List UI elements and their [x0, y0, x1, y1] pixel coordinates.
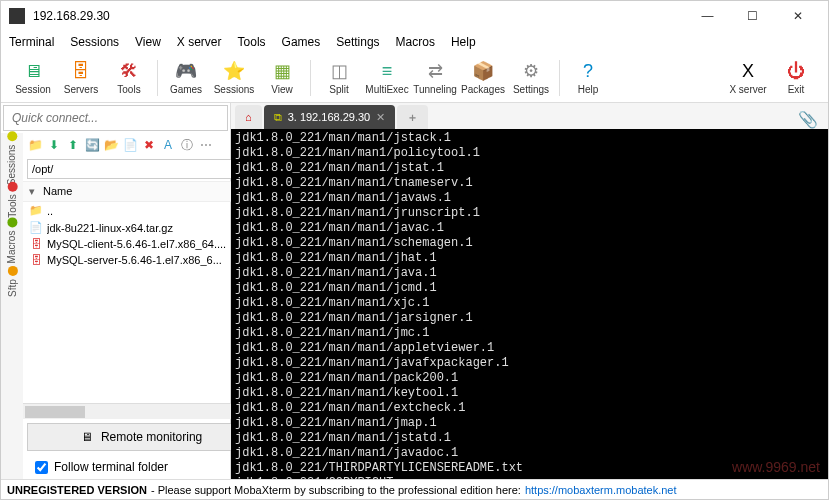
- split-icon: ◫: [328, 60, 350, 82]
- help-icon: ?: [577, 60, 599, 82]
- toolbar: 🖥Session🗄Servers🛠Tools🎮Games⭐Sessions▦Vi…: [1, 53, 828, 103]
- props-icon[interactable]: ⓘ: [179, 137, 195, 153]
- file-list: 📁..📄jdk-8u221-linux-x64.tar.gz1...🗄MySQL…: [23, 202, 260, 403]
- tb-settings[interactable]: ⚙Settings: [507, 55, 555, 101]
- menu-terminal[interactable]: Terminal: [9, 35, 54, 49]
- exit-icon: ⏻: [785, 60, 807, 82]
- main-area: ⌂ ⧉ 3. 192.168.29.30 ✕ ＋ 📎 jdk1.8.0_221/…: [231, 103, 828, 479]
- hscrollbar[interactable]: [23, 403, 260, 419]
- file-header[interactable]: ▾ Name ...: [23, 181, 260, 202]
- edit-icon[interactable]: A: [160, 137, 176, 153]
- tb-x-server[interactable]: XX server: [724, 55, 772, 101]
- file-icon: 📄: [29, 221, 43, 234]
- tb-tunneling[interactable]: ⇄Tunneling: [411, 55, 459, 101]
- folder-icon[interactable]: 📁: [27, 137, 43, 153]
- file-icon: 📁: [29, 204, 43, 217]
- menubar: TerminalSessionsViewX serverToolsGamesSe…: [1, 31, 828, 53]
- remote-monitoring-button[interactable]: 🖥 Remote monitoring: [27, 423, 256, 451]
- dropdown-icon[interactable]: ▾: [29, 185, 43, 198]
- status-text: - Please support MobaXterm by subscribin…: [151, 484, 521, 496]
- session-icon: 🖥: [22, 60, 44, 82]
- file-icon: 🗄: [29, 254, 43, 266]
- status-prefix: UNREGISTERED VERSION: [7, 484, 147, 496]
- tb-view[interactable]: ▦View: [258, 55, 306, 101]
- tab-new[interactable]: ＋: [397, 105, 428, 129]
- tb-session[interactable]: 🖥Session: [9, 55, 57, 101]
- tb-games[interactable]: 🎮Games: [162, 55, 210, 101]
- menu-x-server[interactable]: X server: [177, 35, 222, 49]
- menu-help[interactable]: Help: [451, 35, 476, 49]
- col-name[interactable]: Name: [43, 185, 245, 198]
- upload-icon[interactable]: ⬆: [65, 137, 81, 153]
- tb-tools[interactable]: 🛠Tools: [105, 55, 153, 101]
- vtab-sessions[interactable]: Sessions: [7, 132, 18, 186]
- status-bar: UNREGISTERED VERSION - Please support Mo…: [1, 479, 828, 499]
- maximize-button[interactable]: ☐: [730, 1, 775, 31]
- app-icon: [9, 8, 25, 24]
- file-row[interactable]: 🗄MySQL-client-5.6.46-1.el7.x86_64....3..…: [23, 236, 260, 252]
- minimize-button[interactable]: ―: [685, 1, 730, 31]
- quick-connect-input[interactable]: [3, 105, 228, 131]
- tb-servers[interactable]: 🗄Servers: [57, 55, 105, 101]
- games-icon: 🎮: [175, 60, 197, 82]
- side-tabs: SessionsToolsMacrosSftp: [1, 133, 23, 479]
- follow-label: Follow terminal folder: [54, 460, 168, 474]
- menu-settings[interactable]: Settings: [336, 35, 379, 49]
- packages-icon: 📦: [472, 60, 494, 82]
- menu-games[interactable]: Games: [282, 35, 321, 49]
- tb-exit[interactable]: ⏻Exit: [772, 55, 820, 101]
- tb-multiexec[interactable]: ≡MultiExec: [363, 55, 411, 101]
- newfile-icon[interactable]: 📄: [122, 137, 138, 153]
- window-title: 192.168.29.30: [33, 9, 685, 23]
- menu-sessions[interactable]: Sessions: [70, 35, 119, 49]
- titlebar: 192.168.29.30 ― ☐ ✕: [1, 1, 828, 31]
- terminal-icon: ⧉: [274, 111, 282, 124]
- tb-packages[interactable]: 📦Packages: [459, 55, 507, 101]
- watermark: www.9969.net: [732, 460, 820, 475]
- tab-home[interactable]: ⌂: [235, 105, 262, 129]
- sftp-panel: 📁 ⬇ ⬆ 🔄 📂 📄 ✖ A ⓘ ⋯ ✔ ▾ Name: [23, 133, 260, 479]
- menu-view[interactable]: View: [135, 35, 161, 49]
- tab-label: 3. 192.168.29.30: [288, 111, 371, 123]
- tab-session[interactable]: ⧉ 3. 192.168.29.30 ✕: [264, 105, 396, 129]
- tools-icon: 🛠: [118, 60, 140, 82]
- tb-help[interactable]: ?Help: [564, 55, 612, 101]
- file-row[interactable]: 🗄MySQL-server-5.6.46-1.el7.x86_6...8...: [23, 252, 260, 268]
- settings-icon: ⚙: [520, 60, 542, 82]
- tb-split[interactable]: ◫Split: [315, 55, 363, 101]
- download-icon[interactable]: ⬇: [46, 137, 62, 153]
- x server-icon: X: [737, 60, 759, 82]
- sidebar: SessionsToolsMacrosSftp 📁 ⬇ ⬆ 🔄 📂 📄 ✖ A …: [1, 103, 231, 479]
- file-row[interactable]: 📁..: [23, 202, 260, 219]
- newfolder-icon[interactable]: 📂: [103, 137, 119, 153]
- terminal[interactable]: jdk1.8.0_221/man/man1/jstack.1 jdk1.8.0_…: [231, 129, 828, 479]
- vtab-macros[interactable]: Macros: [7, 218, 18, 264]
- file-icon: 🗄: [29, 238, 43, 250]
- path-input[interactable]: [27, 159, 240, 179]
- home-icon: ⌂: [245, 111, 252, 123]
- tab-strip: ⌂ ⧉ 3. 192.168.29.30 ✕ ＋ 📎: [231, 103, 828, 129]
- refresh-icon[interactable]: 🔄: [84, 137, 100, 153]
- sftp-toolbar: 📁 ⬇ ⬆ 🔄 📂 📄 ✖ A ⓘ ⋯: [23, 133, 260, 157]
- tunneling-icon: ⇄: [424, 60, 446, 82]
- tab-close-icon[interactable]: ✕: [376, 111, 385, 124]
- tb-sessions[interactable]: ⭐Sessions: [210, 55, 258, 101]
- view-icon: ▦: [271, 60, 293, 82]
- vtab-sftp[interactable]: Sftp: [7, 266, 18, 297]
- multiexec-icon: ≡: [376, 60, 398, 82]
- sessions-icon: ⭐: [223, 60, 245, 82]
- menu-tools[interactable]: Tools: [238, 35, 266, 49]
- servers-icon: 🗄: [70, 60, 92, 82]
- paperclip-icon[interactable]: 📎: [798, 110, 824, 129]
- close-button[interactable]: ✕: [775, 1, 820, 31]
- file-row[interactable]: 📄jdk-8u221-linux-x64.tar.gz1...: [23, 219, 260, 236]
- vtab-tools[interactable]: Tools: [7, 181, 18, 217]
- delete-icon[interactable]: ✖: [141, 137, 157, 153]
- follow-checkbox[interactable]: [35, 461, 48, 474]
- status-link[interactable]: https://mobaxterm.mobatek.net: [525, 484, 677, 496]
- monitor-icon: 🖥: [81, 430, 93, 444]
- more-icon[interactable]: ⋯: [198, 137, 214, 153]
- menu-macros[interactable]: Macros: [396, 35, 435, 49]
